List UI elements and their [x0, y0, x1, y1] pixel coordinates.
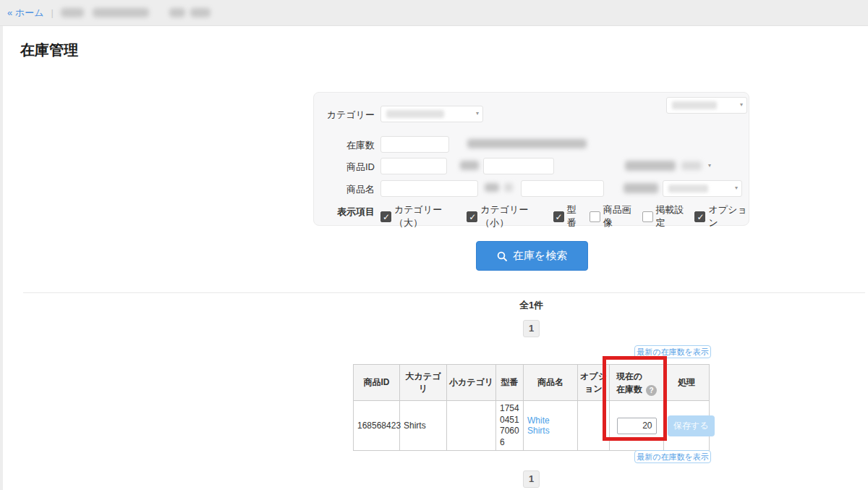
blurred-label: [485, 183, 499, 192]
current-stock-header-label: 現在の在庫数: [616, 370, 645, 396]
chevron-down-icon: ▾: [735, 185, 738, 191]
blurred-nav-item[interactable]: [61, 8, 84, 17]
pagination-bottom: 1: [313, 470, 749, 488]
cell-current-stock: [610, 401, 664, 451]
checkbox-item: オプション: [694, 203, 749, 229]
checkbox-label: 型番: [567, 203, 582, 229]
category-label: カテゴリー: [314, 109, 375, 122]
chevron-down-icon: ▾: [476, 111, 479, 117]
search-icon: [497, 251, 507, 261]
blurred-text: [668, 185, 708, 193]
blurred-option[interactable]: [681, 161, 702, 170]
model-number-checkbox[interactable]: [553, 211, 564, 222]
display-items-label: 表示項目: [314, 206, 375, 219]
product-image-checkbox[interactable]: [590, 211, 600, 222]
nav-separator: |: [51, 7, 53, 18]
checkbox-label: 掲載設定: [656, 203, 687, 229]
search-form-panel: ▾ カテゴリー ▾ 在庫数 商品ID ▾ 商品名 ▾ 表示項目: [313, 92, 749, 226]
help-icon[interactable]: ?: [646, 385, 657, 396]
product-id-label: 商品ID: [314, 161, 375, 174]
col-product-name: 商品名: [524, 365, 578, 401]
stock-quantity-input[interactable]: [617, 418, 657, 434]
product-name-input[interactable]: [380, 180, 478, 197]
search-button-label: 在庫を検索: [513, 249, 567, 263]
page-1-button[interactable]: 1: [523, 320, 540, 337]
product-name-label: 商品名: [314, 183, 375, 196]
checkbox-item: 型番: [553, 203, 582, 229]
blurred-select[interactable]: ▾: [663, 180, 742, 197]
page-1-button[interactable]: 1: [523, 470, 540, 488]
inventory-management-page: « ホーム | 在庫管理 ▾ カテゴリー ▾ 在庫数 商品ID ▾ 商品名: [0, 0, 868, 490]
checkbox-item: カテゴリー（小）: [467, 203, 545, 229]
table-row: 168568423 Shirts 1754045170606 White Shi…: [354, 401, 710, 451]
section-divider: [23, 292, 865, 293]
col-current-stock: 現在の在庫数?: [610, 365, 664, 401]
blurred-nav-item[interactable]: [190, 8, 210, 17]
category-small-checkbox[interactable]: [467, 211, 477, 222]
col-large-category: 大カテゴリ: [400, 365, 447, 401]
blurred-select[interactable]: ▾: [666, 97, 747, 114]
product-name-link[interactable]: White Shirts: [527, 415, 550, 436]
page-title: 在庫管理: [20, 41, 78, 60]
show-latest-stock-button[interactable]: 最新の在庫数を表示: [634, 450, 711, 463]
chevron-down-icon: ▾: [740, 102, 743, 108]
checkbox-label: 商品画像: [603, 203, 634, 229]
checkbox-label: カテゴリー（小）: [480, 203, 545, 229]
cell-action: 保存する: [664, 401, 710, 451]
stock-results-table: 商品ID 大カテゴリ 小カテゴリ 型番 商品名 オプション 現在の在庫数? 処理…: [353, 364, 710, 451]
blurred-input[interactable]: [521, 180, 604, 197]
cell-model-number: 1754045170606: [496, 401, 524, 451]
checkbox-label: カテゴリー（大）: [394, 203, 459, 229]
checkbox-label: オプション: [708, 203, 749, 229]
cell-large-category: Shirts: [400, 401, 447, 451]
col-option: オプション: [578, 365, 610, 401]
checkbox-item: カテゴリー（大）: [380, 203, 459, 229]
col-model-number: 型番: [496, 365, 524, 401]
cell-product-name: White Shirts: [524, 401, 578, 451]
save-button[interactable]: 保存する: [668, 415, 715, 436]
show-latest-stock-button[interactable]: 最新の在庫数を表示: [634, 345, 711, 358]
blurred-text: [386, 110, 444, 118]
blurred-nav-item[interactable]: [93, 8, 149, 17]
category-select[interactable]: ▾: [380, 106, 483, 122]
cell-small-category: [447, 401, 496, 451]
option-checkbox[interactable]: [694, 211, 705, 222]
home-link[interactable]: « ホーム: [7, 7, 43, 20]
stock-label: 在庫数: [314, 139, 375, 152]
top-nav: « ホーム |: [0, 0, 868, 26]
blurred-label: [625, 161, 676, 171]
checkbox-item: 掲載設定: [642, 203, 687, 229]
display-item-checkboxes: カテゴリー（大） カテゴリー（小） 型番 商品画像 掲載設定 オプション: [380, 203, 749, 229]
blurred-note-text: [467, 139, 587, 148]
table-header-row: 商品ID 大カテゴリ 小カテゴリ 型番 商品名 オプション 現在の在庫数? 処理: [354, 365, 710, 401]
col-product-id: 商品ID: [354, 365, 400, 401]
chevron-down-icon: ▾: [708, 162, 711, 169]
blurred-text: [672, 101, 717, 109]
blurred-option[interactable]: [504, 183, 513, 192]
cell-product-id: 168568423: [354, 401, 400, 451]
blurred-label: [624, 183, 658, 193]
checkbox-item: 商品画像: [590, 203, 634, 229]
cell-option: [578, 401, 610, 451]
listing-setting-checkbox[interactable]: [642, 211, 653, 222]
col-action: 処理: [664, 365, 710, 401]
blurred-label: [460, 161, 479, 170]
category-large-checkbox[interactable]: [380, 211, 391, 222]
search-stock-button[interactable]: 在庫を検索: [476, 241, 588, 271]
blurred-input[interactable]: [483, 158, 554, 174]
pagination-top: 1: [313, 320, 749, 337]
result-count: 全1件: [313, 299, 749, 312]
left-edge-strip: [0, 26, 3, 490]
stock-count-input[interactable]: [380, 136, 449, 153]
blurred-nav-item[interactable]: [169, 8, 185, 17]
product-id-input[interactable]: [380, 158, 447, 174]
col-small-category: 小カテゴリ: [447, 365, 496, 401]
